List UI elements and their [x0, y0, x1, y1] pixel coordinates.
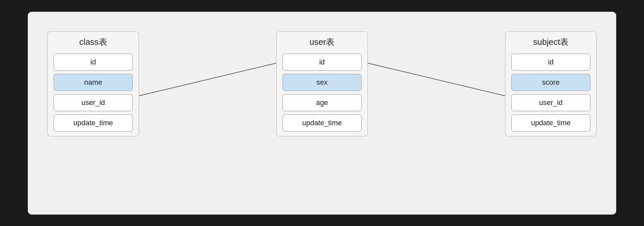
class-field-id: id: [54, 54, 133, 71]
class-field-update-time: update_time: [54, 114, 133, 131]
line-user-subject: [368, 63, 505, 96]
subject-field-update-time: update_time: [511, 114, 590, 131]
diagram-container: class表 id name user_id update_time user表…: [28, 12, 616, 215]
subject-field-score: score: [511, 74, 590, 91]
user-field-sex: sex: [282, 74, 362, 91]
class-table-title: class表: [54, 36, 133, 48]
class-table: class表 id name user_id update_time: [47, 31, 139, 136]
user-field-update-time: update_time: [282, 114, 362, 131]
line-class-user: [139, 63, 276, 96]
user-field-id: id: [282, 54, 362, 71]
class-field-user-id: user_id: [54, 94, 133, 111]
class-field-name: name: [54, 74, 133, 91]
subject-table-title: subject表: [511, 36, 590, 48]
subject-field-id: id: [511, 54, 590, 71]
subject-field-user-id: user_id: [511, 94, 590, 111]
user-table: user表 id sex age update_time: [276, 31, 368, 136]
user-table-title: user表: [282, 36, 362, 48]
user-field-age: age: [282, 94, 362, 111]
subject-table: subject表 id score user_id update_time: [505, 31, 597, 136]
